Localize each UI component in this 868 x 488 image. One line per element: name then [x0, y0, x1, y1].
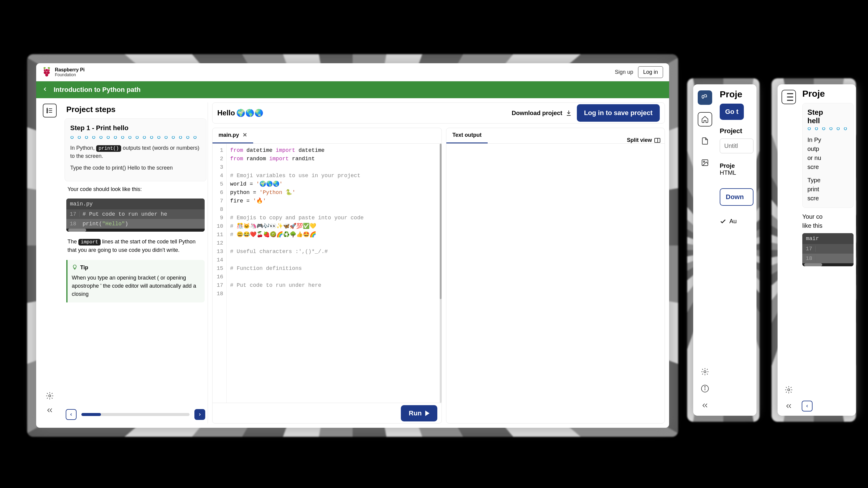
download-icon	[565, 110, 572, 116]
partial2-projectname-input[interactable]: Untitl	[720, 138, 753, 153]
svg-point-2	[45, 69, 48, 71]
svg-point-19	[705, 387, 705, 387]
partial3-heading: Proje	[802, 89, 854, 99]
steps-icon[interactable]	[781, 90, 796, 104]
svg-point-23	[788, 389, 790, 391]
partial3-code-example: mair 17 18	[802, 233, 854, 266]
text-output-tab[interactable]: Text output	[446, 128, 488, 143]
project-title: Hello 🌍🌎🌏	[217, 109, 264, 117]
text-output-area	[446, 144, 664, 423]
partial2-primary-button[interactable]: Go t	[720, 104, 744, 120]
code-example: main.py 17 # Put code to run under he 18…	[66, 198, 205, 232]
svg-point-13	[704, 95, 704, 96]
collapse-left-icon[interactable]	[701, 401, 709, 410]
editor-tabs: main.py ✕	[213, 128, 441, 144]
split-view-toggle[interactable]: Split view	[627, 137, 660, 143]
editor-scrollbar[interactable]	[440, 144, 441, 403]
tip-text: When you type an opening bracket ( or op…	[72, 274, 200, 298]
python-icon[interactable]	[698, 90, 712, 105]
steps-icon[interactable]: 123	[43, 104, 57, 118]
brand-name: Raspberry Pi Foundation	[55, 67, 85, 77]
info-icon[interactable]	[701, 384, 709, 393]
partial2-projectname-label: Project	[720, 127, 753, 135]
path-title: Introduction to Python path	[54, 86, 141, 94]
partial3-prev-button[interactable]	[802, 401, 812, 412]
code-editor-panel: main.py ✕ 123456789101112131415161718 fr…	[212, 128, 442, 424]
import-code-chip: import	[79, 239, 101, 246]
partial2-autosave-check: Au	[720, 218, 753, 225]
next-step-button[interactable]	[194, 409, 205, 420]
download-project-button[interactable]: Download project	[512, 110, 572, 117]
code-preview-label: Your code should look like this:	[64, 186, 207, 195]
import-explanation: The import lines at the start of the cod…	[64, 235, 207, 258]
gear-icon[interactable]	[784, 386, 793, 394]
project-title-emojis: 🌍🌎🌏	[236, 109, 264, 117]
partial-window-steps-narrow: Proje Step hell In Py outp or nu scre Ty…	[778, 84, 856, 416]
svg-point-15	[704, 161, 705, 162]
print-code-chip: print()	[96, 145, 121, 152]
output-panel: Text output Split view	[446, 128, 665, 424]
step-title: Step 1 - Print hello	[70, 124, 201, 132]
save-project-button[interactable]: Log in to save project	[577, 104, 660, 122]
partial3-note2: like this	[802, 221, 854, 230]
step-paragraph-2: Type the code to print() Hello to the sc…	[70, 164, 201, 172]
raspberrypi-logo-icon	[42, 67, 51, 78]
play-icon	[425, 411, 430, 416]
signup-link[interactable]: Sign up	[615, 69, 633, 75]
step-progress-bar[interactable]	[82, 413, 190, 416]
prev-step-button[interactable]	[66, 409, 76, 420]
image-icon[interactable]	[698, 156, 712, 170]
project-steps-panel: Project steps Step 1 - Print hello In Py…	[63, 102, 208, 424]
app-header: Raspberry Pi Foundation Sign up Log in	[36, 63, 669, 82]
partial2-heading: Proje	[720, 89, 753, 99]
project-steps-heading: Project steps	[63, 102, 208, 119]
collapse-left-icon[interactable]	[45, 406, 54, 415]
left-sidebar-rail: 123	[40, 102, 59, 424]
main-window: Raspberry Pi Foundation Sign up Log in I…	[36, 63, 669, 428]
svg-text:3: 3	[47, 111, 48, 113]
partial2-projecttype: ProjeHTML	[720, 162, 753, 176]
tip-callout: Tip When you type an opening bracket ( o…	[66, 260, 205, 302]
split-view-icon	[654, 138, 660, 143]
tip-label: Tip	[80, 264, 88, 271]
partial-window-project-file: Proje Go t Project Untitl ProjeHTML Down…	[693, 84, 756, 416]
svg-point-4	[44, 69, 45, 71]
close-tab-icon[interactable]: ✕	[243, 132, 247, 138]
run-button[interactable]: Run	[401, 405, 437, 421]
breadcrumb-bar: Introduction to Python path	[36, 82, 669, 98]
svg-point-3	[45, 73, 48, 76]
check-icon	[720, 218, 726, 225]
step-card: Step 1 - Print hello In Python, print() …	[64, 119, 207, 181]
svg-point-12	[49, 395, 51, 397]
step-paragraph-1: In Python, print() outputs text (words o…	[70, 144, 201, 160]
svg-point-5	[48, 69, 50, 71]
project-title-bar: Hello 🌍🌎🌏 Download project Log in to sav…	[212, 102, 665, 124]
partial2-download-button[interactable]: Down	[720, 188, 753, 206]
home-icon[interactable]	[698, 112, 712, 127]
code-example-tab: main.py	[66, 198, 205, 209]
file-icon[interactable]	[698, 134, 712, 148]
back-chevron-icon[interactable]	[42, 87, 48, 93]
project-steps-content[interactable]: Step 1 - Print hello In Python, print() …	[63, 119, 208, 405]
code-editor[interactable]: 123456789101112131415161718 from datetim…	[213, 144, 441, 403]
collapse-left-icon[interactable]	[784, 402, 793, 410]
lightbulb-icon	[72, 264, 78, 271]
partial3-step-title: Step hell	[807, 108, 848, 125]
gear-icon[interactable]	[701, 367, 709, 376]
login-button[interactable]: Log in	[638, 66, 663, 78]
steps-nav	[63, 405, 208, 424]
partial3-step-card: Step hell In Py outp or nu scre Type pri…	[802, 103, 854, 208]
gear-icon[interactable]	[45, 392, 54, 400]
editor-tab-mainpy[interactable]: main.py ✕	[213, 128, 253, 143]
svg-point-16	[704, 371, 706, 373]
partial3-note: Your co	[802, 212, 854, 221]
